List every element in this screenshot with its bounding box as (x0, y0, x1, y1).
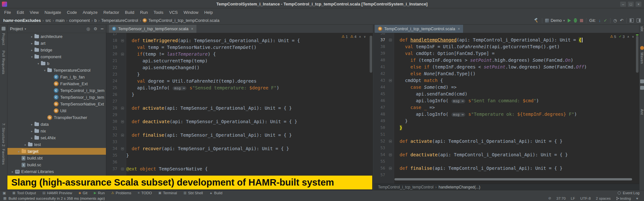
line-number[interactable]: 53 (374, 145, 387, 151)
menu-tools[interactable]: Tools (151, 10, 166, 15)
code-editor[interactable]: 3637 def handletempChanged(api: TempCont… (374, 33, 639, 190)
line-number[interactable]: 23 (106, 71, 119, 78)
line-number[interactable]: 37 (374, 37, 387, 43)
close-tab-icon[interactable]: × (191, 27, 193, 31)
line-number[interactable]: 28 (106, 105, 119, 112)
code-line-44[interactable]: 44 case Some(cmd) => (374, 84, 639, 91)
code-line-26[interactable]: 26 } (106, 91, 373, 98)
line-number[interactable]: 32 (106, 132, 119, 139)
code-line-27[interactable]: 27 (106, 98, 373, 105)
tree-item-fannative-ext[interactable]: FanNative_Ext (7, 80, 106, 87)
line-number[interactable]: 50 (374, 124, 387, 131)
stripe-button-project[interactable]: Project (2, 33, 5, 45)
line-number[interactable]: 43 (374, 77, 387, 84)
fold-marker-icon[interactable] (387, 151, 394, 158)
toolwindow-button-git[interactable]: Git (79, 191, 87, 195)
tree-item-data[interactable]: data (7, 121, 106, 128)
stripe-button-2-favorites[interactable]: 2: Favorites (2, 144, 5, 165)
fold-marker-icon[interactable] (119, 105, 126, 112)
code-line-32[interactable]: 32 def finalise(api: TempSensor_i_Operat… (106, 132, 373, 139)
scala-tool-icon[interactable] (640, 46, 644, 50)
prev-issue-icon[interactable]: ∧ (627, 35, 630, 38)
prev-issue-icon[interactable]: ∧ (359, 35, 361, 38)
horizontal-scrollbar[interactable] (394, 178, 632, 180)
line-number[interactable]: 19 (106, 44, 119, 51)
layout-right-icon[interactable] (637, 18, 641, 23)
line-number[interactable]: 41 (374, 64, 387, 70)
line-number[interactable]: 25 (106, 85, 119, 91)
event-log-button[interactable]: Event Log (618, 191, 639, 195)
toolwindow-button-tool-output[interactable]: Tool Output (12, 191, 36, 195)
line-number[interactable]: 34 (106, 145, 119, 152)
line-number[interactable]: 35 (106, 152, 119, 159)
project-tool-icon[interactable] (2, 27, 5, 31)
stop-button[interactable] (580, 19, 583, 22)
code-line-24[interactable]: 24 val degree = Util.toFahrenheit(temp).… (106, 78, 373, 85)
line-number[interactable]: 44 (374, 84, 387, 91)
debug-button[interactable] (574, 18, 577, 23)
warning-count-badge[interactable]: 5 (610, 34, 616, 39)
code-line-45[interactable]: 45 api.sendfanCmd(cmd) (374, 91, 639, 97)
tool-window-switcher-icon[interactable]: ▣ (3, 191, 6, 195)
code-line-47[interactable]: 47 case _ => (374, 104, 639, 111)
file-encoding[interactable]: UTF-8 (580, 196, 591, 200)
ok-stripe-mark[interactable] (636, 34, 639, 35)
inspection-widget[interactable]: 53∧∨ (610, 34, 634, 39)
line-number[interactable]: 42 (374, 70, 387, 77)
menu-file[interactable]: File (1, 10, 14, 15)
code-line-19[interactable]: 19 val temp = TempSensorNative.currentTe… (106, 44, 373, 51)
close-button[interactable]: × (636, 2, 641, 7)
menu-view[interactable]: View (27, 10, 42, 15)
toolwindow-button-terminal[interactable]: Terminal (158, 191, 177, 195)
heart-icon[interactable]: ♥ (636, 196, 638, 200)
line-number[interactable]: 26 (106, 91, 119, 98)
fold-marker-icon[interactable] (119, 37, 126, 44)
stripe-button-ant[interactable]: Ant (640, 109, 644, 115)
warning-count-badge[interactable]: 4 (350, 34, 356, 39)
code-line-39[interactable]: 39 val cmdOpt: Option[FanCmd.Type] = (374, 50, 639, 57)
line-number[interactable]: 57 (374, 172, 387, 178)
line-number[interactable]: 47 (374, 104, 387, 111)
line-number[interactable]: 38 (374, 43, 387, 50)
chevron-collapsed-icon[interactable] (29, 136, 34, 140)
menu-run[interactable]: Run (137, 10, 151, 15)
code-line-36[interactable]: 36 (106, 159, 373, 166)
tree-item-component[interactable]: component (7, 53, 106, 60)
toolwindow-button-build[interactable]: Build (209, 191, 222, 195)
tree-item-architecture[interactable]: architecture (7, 33, 106, 40)
line-number[interactable]: 54 (374, 151, 387, 158)
scrollbar-thumb[interactable] (370, 36, 372, 73)
line-number[interactable]: 29 (106, 112, 119, 118)
tree-item-tempcontrol-i-tcp-tem[interactable]: TempControl_i_tcp_tem (7, 87, 106, 94)
run-config-selector[interactable]: Demo ▾ (545, 18, 565, 23)
tree-item-external-libraries[interactable]: External Libraries (7, 168, 106, 175)
code-line-33[interactable]: 33 (106, 139, 373, 145)
fold-marker-icon[interactable] (119, 118, 126, 125)
scrollbar-thumb[interactable] (636, 36, 639, 73)
next-issue-icon[interactable]: ∨ (364, 35, 366, 38)
fold-marker-icon[interactable] (119, 166, 126, 172)
chevron-collapsed-icon[interactable] (29, 35, 34, 38)
tree-item-build-sc[interactable]: build.sc (7, 161, 106, 168)
code-line-40[interactable]: 40 if (tempInF.degrees > setPoint.high.d… (374, 57, 639, 64)
menu-edit[interactable]: Edit (14, 10, 27, 15)
vcs-commit-icon[interactable] (604, 18, 607, 23)
chevron-expanded-icon[interactable] (42, 69, 47, 72)
tree-item-temperaturecontrol[interactable]: TemperatureControl (7, 67, 106, 74)
breadcrumb-item-component[interactable]: component (69, 18, 90, 23)
tab-tempcontrol-file[interactable]: TempControl_i_tcp_tempControl.scala × (375, 25, 463, 33)
stripe-button-maven[interactable]: Maven (640, 52, 644, 64)
toolwindow-button-run[interactable]: Run (94, 191, 105, 195)
line-separator[interactable]: LF (571, 196, 575, 200)
code-line-18[interactable]: 18 def timeTriggered(api: TempSensor_i_O… (106, 37, 373, 44)
toolwindow-button-sbt-shell[interactable]: Sbt Shell (184, 191, 203, 195)
next-issue-icon[interactable]: ∨ (632, 35, 634, 38)
code-line-54[interactable]: 54 def deactivate(api: TempControl_i_Ope… (374, 151, 639, 158)
tree-item-transpilertoucher[interactable]: TranspilerToucher (7, 114, 106, 121)
chevron-collapsed-icon[interactable] (10, 170, 15, 173)
stripe-button-pull-requests[interactable]: Pull Requests (2, 50, 5, 74)
run-button[interactable] (568, 19, 571, 23)
fold-marker-icon[interactable] (119, 132, 126, 139)
tree-item-sel4nix[interactable]: seL4Nix (7, 134, 106, 141)
vcs-update-icon[interactable] (599, 18, 601, 23)
